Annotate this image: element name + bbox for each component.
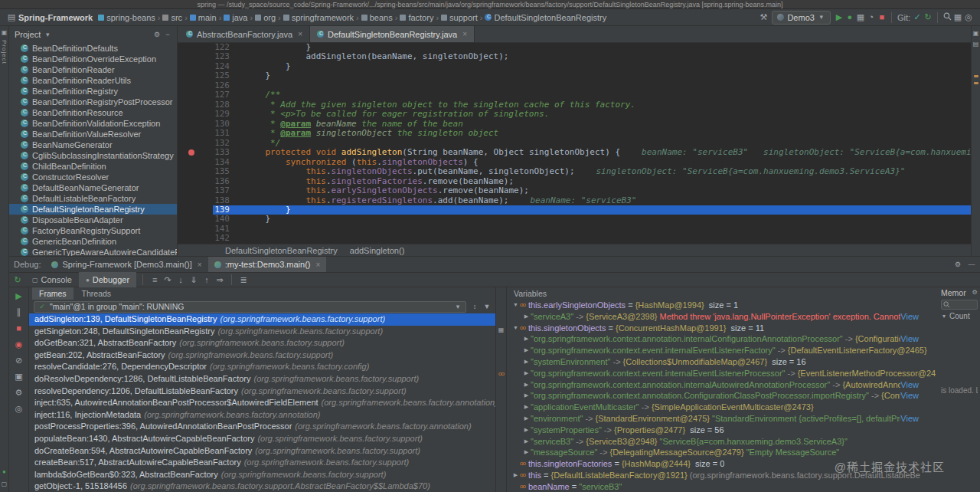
code-line[interactable]: 125 } [178, 71, 971, 80]
error-stripe-mark[interactable] [974, 75, 978, 77]
view-link[interactable]: View [900, 311, 939, 323]
stack-frame-row[interactable]: inject:635, AutowiredAnnotationBeanPostP… [29, 397, 495, 409]
step-over-button[interactable]: ↷ [162, 276, 173, 284]
run-to-cursor-button[interactable]: ⇒ [214, 276, 225, 284]
project-tree-item[interactable]: BeanDefinitionRegistryPostProcessor [9, 97, 177, 107]
project-tree-item[interactable]: BeanDefinitionValueResolver [9, 129, 177, 139]
variable-row[interactable]: ▶"messageSource" -> {DelegatingMessageSo… [507, 447, 939, 458]
debugger-settings-button[interactable]: ⚙ [14, 389, 24, 397]
stack-frame-row[interactable]: getBean:202, AbstractBeanFactory(org.spr… [29, 349, 495, 362]
close-icon[interactable]: × [316, 261, 321, 269]
stack-frame-row[interactable]: postProcessProperties:396, AutowiredAnno… [29, 421, 495, 433]
tool-window-button-project[interactable]: Project [1, 40, 8, 64]
project-tree-item[interactable]: GenericBeanDefinition [9, 236, 177, 247]
expand-arrow-icon[interactable]: ▶ [511, 470, 520, 481]
editor-tab[interactable]: AbstractBeanFactory.java× [179, 26, 310, 42]
run-button[interactable]: ▶ [834, 13, 844, 21]
variable-row[interactable]: ▼oothis.earlySingletonObjects = {HashMap… [507, 300, 939, 311]
code-line[interactable]: 129 * <p>To be called for eager registra… [178, 110, 971, 119]
code-line[interactable]: 126 [178, 81, 971, 90]
project-tree-item[interactable]: FactoryBeanRegistrySupport [9, 225, 177, 236]
project-tree-item[interactable]: CglibSubclassingInstantiationStrategy [9, 150, 177, 161]
code-line[interactable]: 124 } [178, 62, 971, 71]
layout-icon[interactable]: ▦ [952, 13, 963, 21]
expand-arrow-icon[interactable]: ▶ [522, 311, 531, 323]
build-hammer-icon[interactable]: ⚒ [758, 13, 769, 21]
close-icon[interactable]: × [298, 30, 302, 38]
terminal-tool-icon[interactable]: ▢ [2, 481, 8, 487]
project-tree-item[interactable]: BeanDefinitionOverrideException [9, 54, 177, 64]
project-tree-item[interactable]: DisposableBeanAdapter [9, 215, 177, 225]
code-line[interactable]: 139 } [178, 205, 971, 215]
thread-dump-button[interactable]: ▣ [14, 372, 24, 381]
expand-arrow-icon[interactable]: ▶ [522, 390, 531, 402]
code-line[interactable]: 130 * @param beanName the name of the be… [178, 120, 971, 129]
pause-button[interactable]: ∥ [14, 308, 24, 317]
variable-row[interactable]: ▶"environment" -> {StandardEnvironment@2… [507, 413, 939, 425]
tab-threads[interactable]: Threads [75, 287, 119, 300]
expand-arrow-icon[interactable]: ▶ [522, 425, 531, 436]
expand-arrow-icon[interactable]: ▼ [511, 323, 520, 334]
variable-row[interactable]: ▼oothis.singletonObjects = {ConcurrentHa… [507, 323, 939, 334]
code-line[interactable]: 135 this.singletonObjects.put(beanName, … [178, 167, 971, 176]
expand-arrow-icon[interactable]: ▼ [511, 300, 520, 311]
stack-frame-row[interactable]: doResolveDependency:1286, DefaultListabl… [29, 373, 495, 385]
code-line[interactable]: 127 /** [178, 90, 971, 100]
code-line[interactable]: 122 } [178, 43, 971, 52]
code-line[interactable]: 134 synchronized (this.singletonObjects)… [178, 158, 971, 167]
filter-frames-icon[interactable]: ▼ [483, 303, 491, 310]
variable-row[interactable]: ▶"systemEnvironment" -> {Collections$Unm… [507, 356, 939, 368]
run-config-selector[interactable]: Demo3 ▾ [772, 11, 830, 25]
view-link[interactable]: View [900, 379, 939, 391]
expand-arrow-icon[interactable]: ▶ [522, 368, 531, 379]
memory-search-input[interactable] [941, 300, 978, 310]
expand-arrow-icon[interactable]: ▶ [522, 413, 531, 425]
expand-arrow-icon[interactable]: ▶ [522, 345, 531, 356]
settings-gear-icon[interactable]: ⚙ [954, 261, 962, 268]
variable-row[interactable]: ▶"serviceB3" -> {ServiceB3@2948} "Servic… [507, 436, 939, 448]
git-refresh-icon[interactable]: ↻ [923, 13, 933, 21]
breadcrumb-item[interactable]: factory [400, 13, 433, 22]
expand-arrow-icon[interactable]: ▶ [522, 436, 531, 448]
code-line[interactable]: 140 } [178, 215, 971, 224]
notifications-icon[interactable]: ◎ [963, 13, 974, 21]
code-line[interactable]: 133 protected void addSingleton(String b… [178, 148, 971, 157]
variable-row[interactable]: ▶oothis = {DefaultListableBeanFactory@19… [507, 470, 939, 481]
code-line[interactable]: 138 this.registeredSingletons.add(beanNa… [178, 196, 971, 205]
step-out-button[interactable]: ↑ [201, 276, 212, 284]
breadcrumb-item[interactable]: spring-beans [98, 13, 155, 22]
step-into-button[interactable]: ↓ [175, 276, 186, 284]
project-tree-item[interactable]: BeanDefinitionResource [9, 107, 177, 118]
variable-row[interactable]: oobeanName = "serviceB3" [507, 481, 939, 492]
evaluate-expression-button[interactable]: ≣ [238, 276, 249, 284]
code-area[interactable]: 122 }123 addSingleton(beanName, singleto… [178, 43, 971, 244]
menu-icon[interactable]: ▤ [6, 13, 17, 21]
expand-arrow-icon[interactable]: ▶ [522, 447, 531, 458]
project-tree-item[interactable]: BeanDefinitionValidationException [9, 118, 177, 129]
code-line[interactable]: 141 [178, 225, 971, 234]
variable-row[interactable]: ▶"org.springframework.context.annotation… [507, 390, 939, 402]
project-tree-item[interactable]: BeanDefinitionReaderUtils [9, 75, 177, 86]
project-tree-item[interactable]: DefaultBeanNameGenerator [9, 182, 177, 193]
thread-dropdown[interactable]: ✓ "main"@1 in group "main": RUNNING ▾ [34, 301, 466, 313]
project-tool-icon[interactable]: ▣ [2, 30, 8, 36]
debug-button[interactable]: ● [844, 13, 855, 21]
breadcrumb-method[interactable]: addSingleton() [350, 246, 405, 255]
close-icon[interactable]: × [462, 30, 467, 38]
stack-frame-row[interactable]: populateBean:1430, AbstractAutowireCapab… [29, 433, 495, 445]
variable-row[interactable]: ▶"org.springframework.context.event.inte… [507, 345, 939, 356]
search-icon[interactable] [942, 12, 952, 22]
code-line[interactable]: 132 */ [178, 139, 971, 148]
variable-row[interactable]: oothis.singletonFactories = {HashMap@244… [507, 458, 939, 470]
code-line[interactable]: 123 addSingleton(beanName, singletonObje… [178, 52, 971, 61]
minimize-icon[interactable]: — [968, 261, 975, 268]
expand-arrow-icon[interactable]: ▶ [522, 379, 531, 391]
project-tree-item[interactable]: BeanDefinitionRegistry [9, 86, 177, 97]
expand-arrow-icon[interactable]: ▶ [522, 333, 531, 345]
code-line[interactable]: 128 * Add the given singleton object to … [178, 100, 971, 110]
variable-row[interactable]: ▶"org.springframework.context.event.inte… [507, 368, 939, 379]
debug-tool-icon[interactable]: ● [2, 469, 8, 475]
caret-down-icon[interactable]: ▾ [44, 31, 51, 38]
editor-tab[interactable]: DefaultSingletonBeanRegistry.java× [310, 26, 475, 42]
project-name[interactable]: Spring-Framework [18, 13, 93, 22]
